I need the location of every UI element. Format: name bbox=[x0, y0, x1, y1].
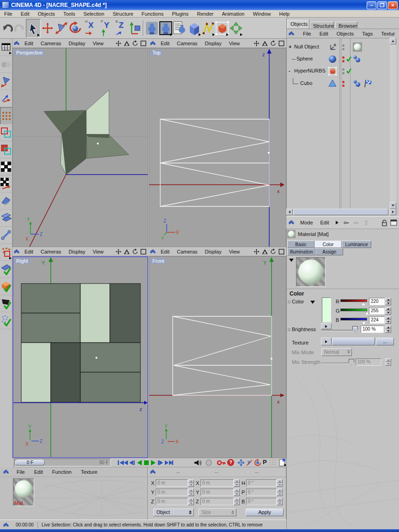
mm-menu-texture[interactable]: Texture bbox=[76, 469, 102, 475]
cubo-object-icon[interactable] bbox=[328, 79, 337, 87]
texture-mode-icon[interactable] bbox=[0, 158, 12, 175]
viewport-menu-cameras[interactable]: Cameras bbox=[173, 249, 201, 254]
viewport-perspective-canvas[interactable]: Y X Z Perspective bbox=[12, 48, 148, 247]
tab-structure[interactable]: Structure bbox=[310, 22, 334, 29]
maximize-view-icon[interactable] bbox=[278, 248, 285, 255]
me-menu-more-icon[interactable] bbox=[333, 220, 341, 225]
mm-menu-file[interactable]: File bbox=[12, 469, 30, 475]
rot-b-stepper[interactable] bbox=[277, 498, 283, 505]
autokey-scale-icon[interactable] bbox=[246, 459, 253, 466]
object-name[interactable]: Sphere bbox=[296, 56, 313, 61]
tab-browser[interactable]: Browser bbox=[335, 22, 357, 29]
snap-slab-toggle-icon[interactable] bbox=[0, 261, 12, 278]
lock-x-axis-icon[interactable]: H X bbox=[84, 19, 99, 37]
lock-y-axis-icon[interactable]: P Y bbox=[100, 19, 115, 37]
mat-tab-basic[interactable]: Basic bbox=[287, 241, 314, 248]
hypernurbs-object-icon[interactable] bbox=[328, 66, 337, 76]
tab-objects[interactable]: Objects bbox=[287, 20, 309, 29]
menu-objects[interactable]: Objects bbox=[34, 11, 59, 17]
object-name[interactable]: Cubo bbox=[300, 80, 312, 86]
scale-tool-icon[interactable] bbox=[54, 19, 68, 37]
channel-g-value[interactable]: 255 bbox=[369, 307, 385, 314]
color-expand-button[interactable] bbox=[321, 323, 332, 329]
horizontal-scrollbar[interactable] bbox=[286, 209, 396, 215]
object-name[interactable]: HyperNURBS bbox=[294, 68, 326, 73]
sound-icon[interactable] bbox=[194, 459, 201, 466]
render-view-icon[interactable] bbox=[145, 19, 159, 37]
nav-back-icon[interactable]: ⇦ bbox=[341, 219, 351, 226]
mix-mode-dropdown[interactable]: Normal bbox=[321, 348, 352, 356]
render-visibility-dot[interactable] bbox=[342, 60, 345, 62]
zoom-view-icon[interactable] bbox=[261, 248, 268, 255]
expander-icon[interactable]: - bbox=[289, 68, 290, 73]
viewport-menu-cameras[interactable]: Cameras bbox=[37, 41, 65, 46]
texture-axis-mode-icon[interactable] bbox=[0, 175, 12, 193]
rot-h-field[interactable]: 0 ° bbox=[246, 479, 277, 487]
maximize-view-icon[interactable] bbox=[278, 40, 285, 47]
pan-view-icon[interactable] bbox=[253, 40, 260, 47]
mat-tab-assign[interactable]: Assign bbox=[315, 248, 343, 255]
timeline-thumb[interactable]: 0 F bbox=[15, 459, 45, 466]
add-primitive-cube-icon[interactable] bbox=[187, 19, 201, 37]
menu-window[interactable]: Window bbox=[248, 11, 275, 17]
zoom-view-icon[interactable] bbox=[261, 40, 268, 47]
viewport-menu-edit[interactable]: Edit bbox=[21, 41, 37, 46]
coord-size-dropdown[interactable]: Size bbox=[199, 508, 236, 516]
object-name[interactable]: Null Object bbox=[294, 44, 319, 49]
viewport-menu-cameras[interactable]: Cameras bbox=[173, 41, 201, 46]
om-menu-tags[interactable]: Tags bbox=[358, 31, 377, 36]
move-tool-icon[interactable] bbox=[41, 19, 54, 37]
rotate-tool-icon[interactable] bbox=[68, 19, 82, 37]
help-icon[interactable]: ? bbox=[227, 459, 234, 466]
material-thumbnail[interactable]: Mat bbox=[13, 478, 34, 506]
model-mode-icon[interactable] bbox=[0, 90, 12, 107]
brightness-stepper[interactable] bbox=[385, 326, 391, 333]
render-active-view-icon[interactable] bbox=[159, 19, 173, 37]
nav-up-icon[interactable]: ⇧ bbox=[361, 219, 371, 226]
viewport-menu-view[interactable]: View bbox=[89, 249, 108, 254]
rot-p-field[interactable]: 0 ° bbox=[246, 489, 277, 496]
pos-z-field[interactable]: 0 m bbox=[156, 498, 188, 505]
enabled-check-icon[interactable] bbox=[346, 68, 352, 74]
autokey-rotate-icon[interactable] bbox=[254, 459, 261, 466]
minimize-button[interactable]: – bbox=[367, 1, 376, 9]
mix-strength-value[interactable]: 100 % bbox=[356, 358, 381, 366]
channel-b-value[interactable]: 224 bbox=[369, 316, 385, 324]
om-menu-objects[interactable]: Objects bbox=[332, 31, 358, 36]
flag-tag-icon[interactable] bbox=[363, 79, 373, 88]
keyframe-icon[interactable] bbox=[217, 459, 226, 466]
scrollbar-thumb[interactable] bbox=[293, 209, 388, 215]
pos-y-field[interactable]: 0 m bbox=[156, 489, 188, 496]
bone-tool-icon[interactable] bbox=[0, 227, 12, 244]
mm-menu-edit[interactable]: Edit bbox=[30, 469, 48, 475]
render-visibility-dot[interactable] bbox=[342, 85, 345, 87]
color-swatch[interactable] bbox=[322, 297, 331, 322]
pos-y-stepper[interactable] bbox=[188, 489, 194, 496]
scroll-up-icon[interactable] bbox=[390, 38, 396, 44]
render-disabled-icon[interactable] bbox=[0, 56, 12, 73]
menu-structure[interactable]: Structure bbox=[109, 11, 138, 17]
viewport-menu-display[interactable]: Display bbox=[201, 41, 225, 46]
rotate-view-icon[interactable] bbox=[132, 248, 139, 255]
pan-view-icon[interactable] bbox=[115, 40, 122, 47]
size-z-stepper[interactable] bbox=[234, 498, 240, 505]
pos-x-stepper[interactable] bbox=[188, 479, 194, 487]
pan-view-icon[interactable] bbox=[253, 248, 260, 255]
close-button[interactable]: × bbox=[388, 1, 398, 9]
null-object-icon[interactable]: 0 bbox=[328, 42, 337, 52]
material-tag-icon[interactable] bbox=[353, 42, 362, 52]
scroll-left-icon[interactable] bbox=[286, 209, 293, 215]
rot-p-stepper[interactable] bbox=[277, 489, 283, 496]
point-selection-icon[interactable] bbox=[0, 244, 12, 261]
maximize-view-icon[interactable] bbox=[140, 40, 147, 47]
texture-browse-button[interactable]: ... bbox=[376, 338, 394, 345]
phong-tag-icon[interactable] bbox=[353, 79, 361, 88]
menu-functions[interactable]: Functions bbox=[138, 11, 168, 17]
apply-button[interactable]: Apply bbox=[246, 508, 284, 516]
menu-tools[interactable]: Tools bbox=[59, 11, 79, 17]
om-menu-texture[interactable]: Textur bbox=[377, 31, 399, 36]
live-selection-tool-icon[interactable] bbox=[26, 19, 41, 38]
me-menu-mode[interactable]: Mode bbox=[296, 220, 317, 225]
timeline-track[interactable]: 0 F 90 F bbox=[14, 459, 111, 466]
lock-icon[interactable] bbox=[381, 219, 387, 226]
